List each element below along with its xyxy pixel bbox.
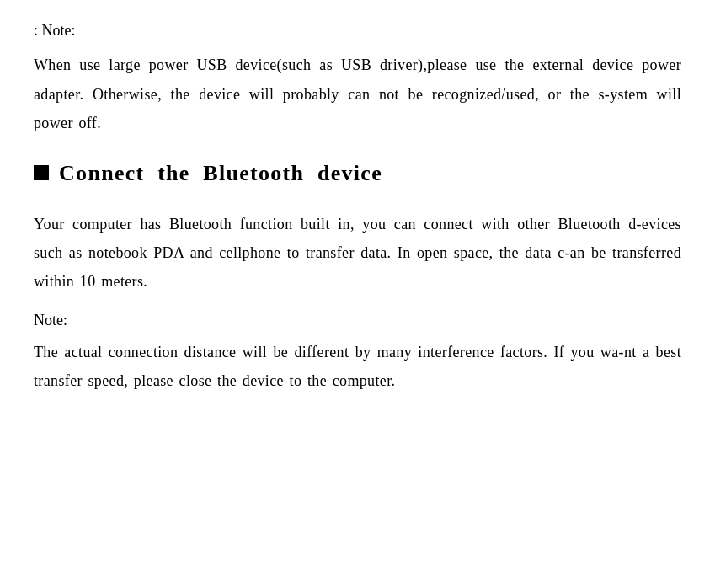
section-heading-text: Connect the Bluetooth device xyxy=(59,161,382,186)
paragraph-usb: When use large power USB device(such as … xyxy=(34,51,681,137)
paragraph-bluetooth-desc: Your computer has Bluetooth function bui… xyxy=(34,210,681,297)
paragraph-note-distance: The actual connection distance will be d… xyxy=(34,338,681,395)
note-label: Note: xyxy=(34,312,681,329)
section-heading-bluetooth: Connect the Bluetooth device xyxy=(34,161,681,186)
intro-note: : Note: xyxy=(34,17,681,44)
heading-bullet-icon xyxy=(34,165,49,180)
